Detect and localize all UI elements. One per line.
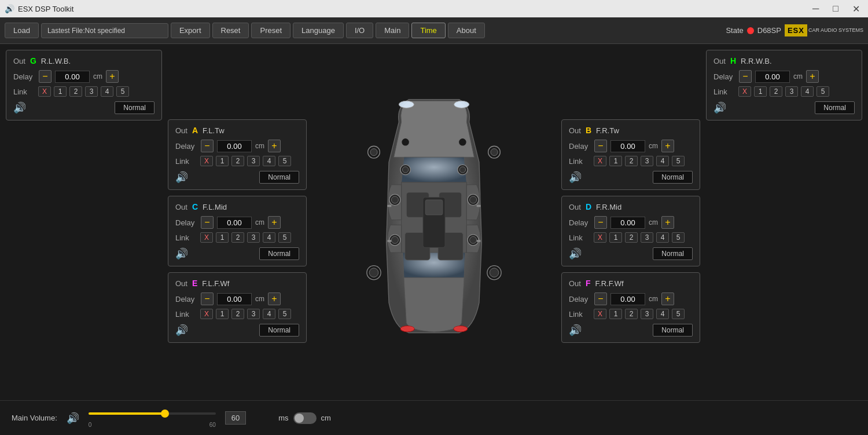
channel-E-link-2[interactable]: 2 [231, 309, 244, 319]
channel-D-link-5[interactable]: 5 [672, 232, 685, 243]
channel-E-plus[interactable]: + [268, 293, 281, 305]
channel-D-link-1[interactable]: 1 [609, 232, 622, 243]
close-button[interactable]: ✕ [849, 2, 863, 16]
channel-H-link-4[interactable]: 4 [801, 86, 814, 97]
load-button[interactable]: Load [5, 23, 39, 38]
channel-H-link-2[interactable]: 2 [770, 86, 782, 97]
channel-F-link-1[interactable]: 1 [609, 309, 622, 319]
channel-C-plus[interactable]: + [268, 216, 281, 229]
channel-E-speaker-icon[interactable]: 🔊 [175, 324, 188, 337]
channel-G-link-X[interactable]: X [38, 86, 51, 97]
channel-D-link-2[interactable]: 2 [625, 232, 638, 243]
channel-E-link-3[interactable]: 3 [247, 309, 260, 319]
channel-C-speaker-icon[interactable]: 🔊 [175, 247, 188, 260]
channel-A-link-1[interactable]: 1 [216, 156, 229, 166]
channel-E-normal-btn[interactable]: Normal [259, 324, 299, 337]
channel-C-id: C [192, 202, 198, 211]
volume-speaker-icon[interactable]: 🔊 [67, 412, 79, 425]
channel-D-minus[interactable]: − [594, 216, 607, 229]
channel-D-link-3[interactable]: 3 [641, 232, 653, 243]
channel-B-speaker-icon[interactable]: 🔊 [569, 171, 582, 184]
channel-H-link-1[interactable]: 1 [754, 86, 767, 97]
channel-B-link-2[interactable]: 2 [625, 156, 638, 166]
channel-C-link-4[interactable]: 4 [263, 232, 275, 243]
channel-A-plus[interactable]: + [268, 140, 281, 152]
export-button[interactable]: Export [171, 23, 210, 38]
about-button[interactable]: About [448, 23, 485, 38]
channel-B-plus[interactable]: + [661, 140, 674, 152]
reset-button[interactable]: Reset [212, 23, 249, 38]
channel-B-link-4[interactable]: 4 [656, 156, 669, 166]
channel-C-link-2[interactable]: 2 [231, 232, 244, 243]
channel-D-link-4[interactable]: 4 [656, 232, 669, 243]
channel-F-speaker-icon[interactable]: 🔊 [569, 324, 582, 337]
channel-E-link-X[interactable]: X [200, 309, 213, 319]
channel-G-link-2[interactable]: 2 [69, 86, 82, 97]
channel-E-link-4[interactable]: 4 [263, 309, 275, 319]
channel-F-normal-btn[interactable]: Normal [653, 324, 693, 337]
io-button[interactable]: I/O [346, 23, 373, 38]
maximize-button[interactable]: □ [829, 2, 842, 16]
channel-D-name: F.R.Mid [596, 203, 621, 211]
channel-G-link-5[interactable]: 5 [116, 86, 129, 97]
time-button[interactable]: Time [411, 23, 445, 38]
channel-G-link-1[interactable]: 1 [54, 86, 67, 97]
channel-E-link-1[interactable]: 1 [216, 309, 229, 319]
channel-B-link-3[interactable]: 3 [641, 156, 653, 166]
channel-G-link-4[interactable]: 4 [101, 86, 113, 97]
channel-H-plus[interactable]: + [806, 70, 819, 83]
channel-H-minus[interactable]: − [739, 70, 752, 83]
channel-F-link-X[interactable]: X [594, 309, 606, 319]
channel-C-minus[interactable]: − [201, 216, 214, 229]
channel-F-plus[interactable]: + [661, 293, 674, 305]
channel-H-link-5[interactable]: 5 [816, 86, 829, 97]
channel-G-plus[interactable]: + [106, 70, 119, 83]
language-button[interactable]: Language [293, 23, 344, 38]
channel-A-minus[interactable]: − [201, 140, 214, 152]
channel-D-speaker-icon[interactable]: 🔊 [569, 247, 582, 260]
channel-H-speaker-icon[interactable]: 🔊 [713, 101, 726, 114]
channel-D-link-X[interactable]: X [594, 232, 606, 243]
channel-H-normal-btn[interactable]: Normal [815, 101, 855, 114]
unit-toggle-switch[interactable] [293, 412, 317, 424]
channel-D-plus[interactable]: + [661, 216, 674, 229]
channel-H-link-3[interactable]: 3 [785, 86, 798, 97]
channel-C-link-X[interactable]: X [200, 232, 213, 243]
channel-B-link-1[interactable]: 1 [609, 156, 622, 166]
channel-C-link-1[interactable]: 1 [216, 232, 229, 243]
channel-C-link-3[interactable]: 3 [247, 232, 260, 243]
channel-B-normal-btn[interactable]: Normal [653, 171, 693, 184]
channel-F-link-5[interactable]: 5 [672, 309, 685, 319]
channel-E-minus[interactable]: − [201, 293, 214, 305]
svg-point-15 [470, 236, 477, 243]
minimize-button[interactable]: ─ [809, 2, 822, 16]
channel-C-link-5[interactable]: 5 [278, 232, 291, 243]
channel-B-link-X[interactable]: X [594, 156, 606, 166]
channel-A-speaker-icon[interactable]: 🔊 [175, 171, 188, 184]
channel-F-link-4[interactable]: 4 [656, 309, 669, 319]
channel-E-link-5[interactable]: 5 [278, 309, 291, 319]
channel-A-link-X[interactable]: X [200, 156, 213, 166]
channel-A-link-3[interactable]: 3 [247, 156, 260, 166]
channel-C-normal-btn[interactable]: Normal [259, 247, 299, 260]
main-button[interactable]: Main [376, 23, 409, 38]
channel-A-link-4[interactable]: 4 [263, 156, 275, 166]
channel-B-minus[interactable]: − [594, 140, 607, 152]
channel-G-minus[interactable]: − [39, 70, 52, 83]
channel-B-link-5[interactable]: 5 [672, 156, 685, 166]
channel-F-link-2[interactable]: 2 [625, 309, 638, 319]
channel-D-normal-btn[interactable]: Normal [653, 247, 693, 260]
volume-slider[interactable] [89, 408, 216, 419]
channel-A-link-2[interactable]: 2 [231, 156, 244, 166]
channel-H-link-X[interactable]: X [738, 86, 751, 97]
channel-F-minus[interactable]: − [594, 293, 607, 305]
channel-G-header: Out G R.L.W.B. [13, 56, 155, 65]
volume-thumb[interactable] [161, 410, 169, 418]
channel-A-link-5[interactable]: 5 [278, 156, 291, 166]
channel-G-normal-btn[interactable]: Normal [115, 101, 155, 114]
preset-button[interactable]: Preset [251, 23, 290, 38]
channel-G-speaker-icon[interactable]: 🔊 [13, 101, 26, 114]
channel-F-link-3[interactable]: 3 [641, 309, 653, 319]
channel-A-normal-btn[interactable]: Normal [259, 171, 299, 184]
channel-G-link-3[interactable]: 3 [85, 86, 98, 97]
